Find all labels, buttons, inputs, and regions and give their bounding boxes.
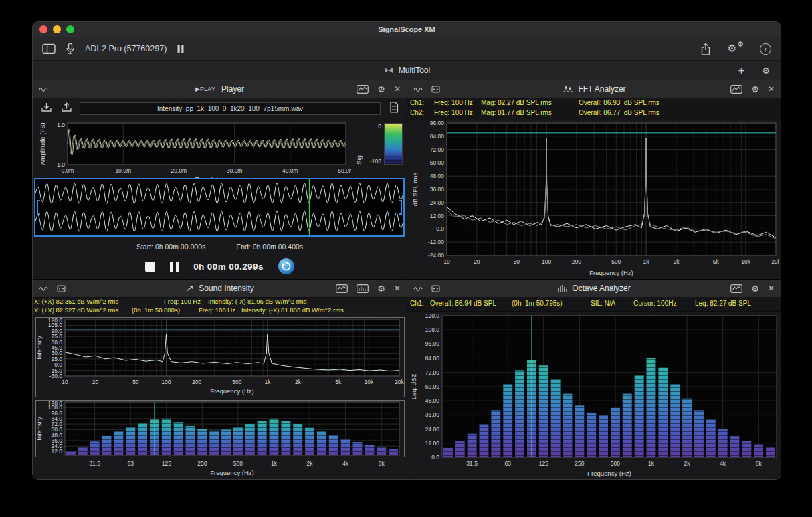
- gear-small-icon: ⚙: [737, 40, 744, 49]
- svg-text:36.00: 36.00: [425, 411, 440, 418]
- octave-leq: Leq: 82.27 dB SPL: [695, 300, 751, 307]
- plot-display-button[interactable]: [357, 85, 369, 94]
- svg-text:100: 100: [542, 258, 551, 265]
- filename-field[interactable]: Intensity_pp_1k_100_0_1k20_180_7p15mm.wa…: [80, 102, 381, 115]
- input-pause-button[interactable]: [177, 44, 185, 54]
- svg-text:2k: 2k: [295, 379, 302, 385]
- svg-text:10.0m: 10.0m: [115, 167, 131, 174]
- panel-close-button[interactable]: ✕: [768, 284, 775, 293]
- svg-text:200: 200: [572, 258, 581, 265]
- sig-bottom-tick: -100: [365, 158, 381, 165]
- import-file-button[interactable]: [41, 102, 52, 114]
- svg-text:200: 200: [192, 379, 201, 385]
- plus-icon: +: [738, 65, 744, 76]
- transport-controls: 0h 00m 00.299s: [33, 255, 407, 277]
- intensity-spectrum-chart[interactable]: 120.0105.090.075.060.045.030.015.00.0-15…: [35, 317, 405, 397]
- share-button[interactable]: [700, 43, 711, 56]
- svg-text:24.00: 24.00: [430, 199, 445, 206]
- titlebar[interactable]: SignalScope XM: [33, 22, 781, 37]
- loop-button[interactable]: [278, 258, 294, 274]
- svg-text:72.00: 72.00: [430, 146, 445, 153]
- overview-waveform-svg: [35, 179, 403, 235]
- svg-text:500: 500: [611, 460, 620, 467]
- fft-title: FFT Analyzer: [578, 84, 625, 94]
- close-icon: ✕: [394, 284, 401, 293]
- stop-button[interactable]: [145, 262, 155, 272]
- svg-text:30.0m: 30.0m: [227, 167, 243, 174]
- minimize-button[interactable]: [53, 25, 61, 33]
- plot-display-button[interactable]: [336, 284, 348, 293]
- sidebar-toggle-button[interactable]: [42, 43, 56, 54]
- fft-analyzer-panel: FFT Analyzer ⚙ ✕ Ch1: Freq: 100 Hz Mag: …: [407, 80, 781, 279]
- svg-text:100: 100: [161, 379, 171, 385]
- pause-button[interactable]: [170, 262, 179, 272]
- svg-text:20k: 20k: [395, 379, 404, 385]
- zoom-button[interactable]: [66, 25, 74, 33]
- layout-settings-button[interactable]: ⚙: [762, 66, 770, 75]
- svg-text:Frequency (Hz): Frequency (Hz): [210, 469, 253, 476]
- player-title: Player: [221, 84, 244, 94]
- info-button[interactable]: i: [760, 43, 771, 55]
- plot-display-button[interactable]: [730, 85, 742, 94]
- fft-spectrum-chart[interactable]: 96.0084.0072.0060.0048.0036.0024.0012.00…: [409, 119, 779, 278]
- svg-text:36.00: 36.00: [430, 186, 445, 193]
- svg-text:0.0: 0.0: [431, 454, 439, 461]
- svg-text:8k: 8k: [379, 460, 385, 467]
- input-source-button[interactable]: [66, 43, 75, 55]
- octave-band-chart[interactable]: 120.0108.096.0084.0072.0060.0048.0036.00…: [409, 312, 779, 479]
- svg-text:-30.0: -30.0: [49, 373, 63, 379]
- panel-close-button[interactable]: ✕: [394, 284, 401, 293]
- spectrum-display-button[interactable]: [357, 284, 369, 293]
- svg-text:5k: 5k: [713, 258, 720, 265]
- svg-text:60.00: 60.00: [425, 383, 440, 390]
- device-selector[interactable]: ADI-2 Pro (57760297): [85, 44, 167, 54]
- close-button[interactable]: [39, 25, 47, 33]
- panel-settings-button[interactable]: ⚙: [377, 85, 385, 94]
- file-info-button[interactable]: [389, 102, 399, 115]
- pause-bar: [170, 262, 173, 272]
- svg-text:120.0: 120.0: [425, 312, 440, 319]
- svg-text:12.0: 12.0: [51, 448, 62, 455]
- svg-text:31.5: 31.5: [466, 460, 478, 467]
- svg-text:84.00: 84.00: [430, 133, 445, 140]
- download-tray-icon: [41, 102, 52, 112]
- svg-text:20k: 20k: [771, 258, 779, 265]
- desktop: SignalScope XM ADI-2 Pro (57760297) ⚙ ⚙: [0, 0, 812, 517]
- window-title: SignalScope XM: [378, 25, 435, 33]
- panel-settings-button[interactable]: ⚙: [751, 85, 759, 94]
- tool-grid: ▶PLAY Player ⚙ ✕ Intensity_pp_1k_100_0_1…: [33, 80, 781, 480]
- svg-text:Intensity: Intensity: [35, 417, 43, 441]
- gear-icon: ⚙: [377, 284, 385, 293]
- export-file-button[interactable]: [61, 102, 72, 114]
- intensity-band-chart[interactable]: 120.0108.096.084.072.060.048.036.024.012…: [35, 400, 405, 479]
- intensity-x1: X: (+X) 82.351 dB W/m^2 rms: [34, 298, 118, 305]
- octave-header: Octave Analyzer ⚙ ✕: [407, 280, 781, 298]
- svg-text:24.00: 24.00: [425, 426, 440, 433]
- svg-text:8k: 8k: [756, 460, 763, 467]
- svg-text:dB SPL rms: dB SPL rms: [411, 173, 419, 207]
- player-amplitude-chart[interactable]: 1.0-1.00.0m10.0m20.0m30.0m40.0m50.0mTime…: [37, 122, 351, 183]
- panel-close-button[interactable]: ✕: [394, 84, 401, 94]
- plot-display-button[interactable]: [730, 284, 742, 293]
- plot-display-icon: [730, 85, 742, 94]
- close-icon: ✕: [768, 284, 775, 293]
- tab-multitool[interactable]: MultiTool: [399, 66, 430, 75]
- panel-close-button[interactable]: ✕: [768, 84, 775, 94]
- svg-text:-12.00: -12.00: [428, 239, 444, 245]
- svg-text:1.0: 1.0: [57, 122, 65, 128]
- intensity-val1: Intensity: (-X) 81.96 dB W/m^2 rms: [208, 298, 307, 305]
- add-tool-button[interactable]: +: [738, 65, 744, 76]
- info-icon: i: [760, 43, 771, 55]
- playback-time-display: 0h 00m 00.299s: [193, 262, 264, 272]
- svg-text:Frequency (Hz): Frequency (Hz): [589, 269, 633, 276]
- settings-button[interactable]: ⚙ ⚙: [727, 42, 744, 56]
- svg-text:40.0m: 40.0m: [282, 167, 298, 174]
- octave-readout: Ch1: Overall: 86.94 dB SPL (0h 1m 50.795…: [407, 297, 781, 312]
- svg-text:12.00: 12.00: [430, 213, 445, 219]
- fft-ch1-label: Ch1:: [410, 99, 424, 106]
- multitool-icon: [383, 66, 394, 75]
- panel-settings-button[interactable]: ⚙: [751, 284, 759, 293]
- waveform-overview[interactable]: [34, 178, 405, 237]
- svg-text:20: 20: [92, 379, 99, 385]
- panel-settings-button[interactable]: ⚙: [377, 284, 385, 293]
